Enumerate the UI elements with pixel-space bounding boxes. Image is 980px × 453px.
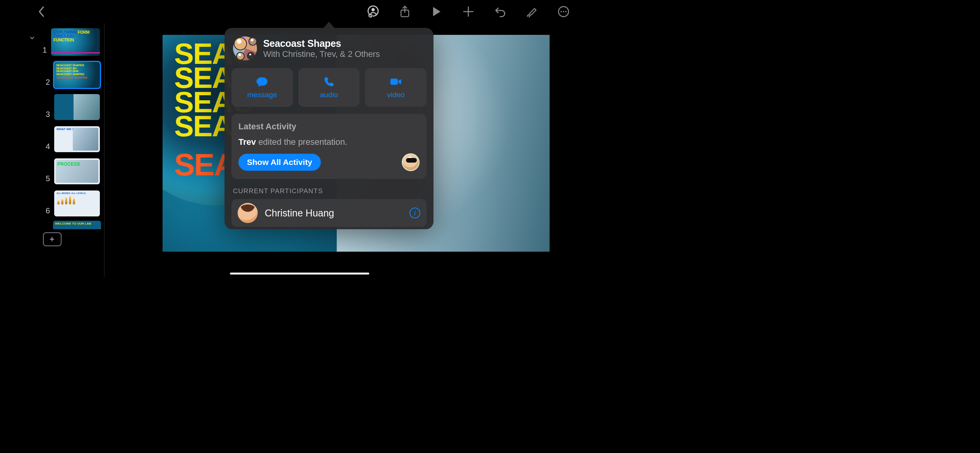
participant-name: Christine Huang	[265, 208, 403, 219]
app-root: Seacoast Shapes With Christine, Trev, & …	[0, 0, 599, 277]
share-button[interactable]	[398, 5, 412, 19]
undo-button[interactable]	[493, 5, 507, 19]
svg-point-1	[372, 8, 375, 11]
collaborate-button[interactable]	[366, 5, 380, 19]
add-slide-button[interactable]: +	[43, 232, 62, 246]
person-collab-icon	[367, 5, 380, 18]
participant-row[interactable]: Christine Huang i	[231, 199, 427, 227]
more-button[interactable]	[557, 5, 571, 19]
slide-navigator[interactable]: 1 EXPLORING FORMTHROUGHFUNCTION 2 SEACOA…	[0, 23, 105, 277]
svg-point-3	[368, 14, 372, 17]
latest-activity-line: Trev edited the presentation.	[238, 137, 420, 147]
participant-avatar-icon	[238, 203, 258, 223]
svg-point-8	[565, 11, 567, 12]
message-button[interactable]: message	[231, 68, 293, 107]
video-icon	[390, 76, 402, 88]
latest-activity-title: Latest Activity	[238, 122, 420, 132]
chevron-left-icon	[38, 6, 46, 17]
add-button[interactable]	[461, 5, 475, 19]
home-indicator[interactable]	[230, 273, 369, 275]
message-icon	[256, 76, 268, 88]
collapse-icon[interactable]	[30, 36, 34, 41]
popover-header: Seacoast Shapes With Christine, Trev, & …	[231, 36, 427, 66]
popover-arrow	[324, 22, 334, 28]
ellipsis-circle-icon	[558, 6, 569, 17]
slide-thumb-3[interactable]: 3	[7, 93, 101, 121]
video-button[interactable]: video	[365, 68, 427, 107]
undo-icon	[494, 6, 506, 17]
back-button[interactable]	[35, 5, 49, 19]
show-all-activity-button[interactable]: Show All Activity	[238, 154, 321, 171]
actor-avatar-icon	[402, 153, 420, 171]
participant-info-button[interactable]: i	[409, 208, 420, 218]
slide-thumb-peek[interactable]: WELCOME TO OUR LAB	[53, 221, 101, 229]
phone-icon	[323, 76, 335, 88]
play-icon	[432, 6, 442, 17]
collab-title: Seacoast Shapes	[263, 38, 380, 49]
share-icon	[399, 5, 410, 18]
svg-point-7	[563, 11, 564, 12]
slide-thumb-4[interactable]: 4 WHAT WE DO	[7, 125, 101, 153]
collab-subtitle: With Christine, Trev, & 2 Others	[263, 49, 380, 59]
slide-thumb-2[interactable]: 2 SEACOAST SHAPES SEACOAST SH SEACOAST S…	[7, 61, 101, 89]
play-button[interactable]	[430, 5, 444, 19]
toolbar	[0, 0, 599, 23]
plus-icon	[463, 6, 474, 17]
toolbar-right	[366, 5, 571, 19]
avatar-cluster-icon	[233, 36, 257, 60]
collab-actions: message audio video	[231, 68, 427, 107]
svg-point-6	[560, 11, 562, 12]
slide-thumb-6[interactable]: 6 ALL MODES. ALL LEVELS.	[7, 189, 101, 218]
paintbrush-icon	[525, 5, 538, 18]
slide-thumb-1[interactable]: 1 EXPLORING FORMTHROUGHFUNCTION	[7, 27, 101, 57]
svg-rect-9	[390, 79, 397, 85]
slide-thumb-5[interactable]: 5 PROCESS	[7, 157, 101, 185]
participants-heading: CURRENT PARTICIPANTS	[233, 187, 425, 195]
collab-popover: Seacoast Shapes With Christine, Trev, & …	[224, 22, 433, 229]
audio-button[interactable]: audio	[298, 68, 360, 107]
format-button[interactable]	[525, 5, 539, 19]
latest-activity-card: Latest Activity Trev edited the presenta…	[231, 114, 427, 179]
